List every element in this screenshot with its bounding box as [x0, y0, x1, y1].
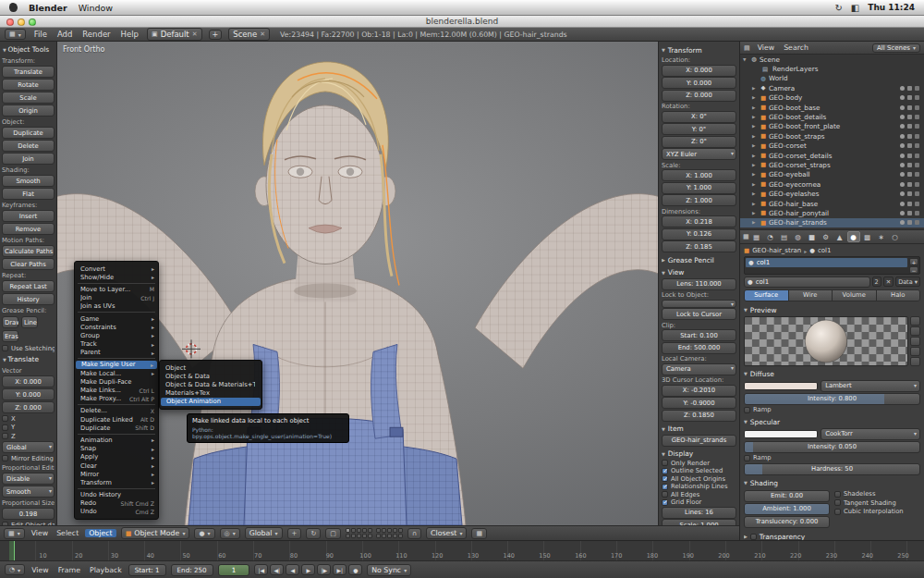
tool-shelf-row[interactable]: Duplicate — [2, 127, 55, 139]
n-panel-row[interactable]: Y: 1.000 — [662, 182, 736, 194]
editor-type-button[interactable]: ◔▾ — [5, 564, 25, 575]
playback-button[interactable]: ▶ — [301, 564, 315, 575]
shading-row[interactable]: Tangent Shading — [834, 499, 920, 507]
submenu-item[interactable]: Object — [160, 363, 261, 372]
submenu-item[interactable]: Object & Data & Materials+Tex — [160, 380, 261, 388]
outliner-row[interactable]: ▶ ■ GEO-boot_straps — [740, 131, 924, 141]
outliner-view-menu[interactable]: View — [756, 43, 777, 52]
menu-item[interactable]: Delete... X — [75, 407, 158, 415]
apple-menu-icon[interactable] — [9, 3, 18, 12]
sync-mode-dropdown[interactable]: No Sync▾ — [367, 564, 411, 576]
selectability-toggle[interactable] — [907, 124, 912, 129]
viewport-shading-dropdown[interactable]: ●▾ — [194, 528, 214, 539]
selectability-toggle[interactable] — [907, 182, 912, 187]
menu-item[interactable]: Snap — [75, 445, 158, 453]
viewport-menu-item[interactable]: View — [30, 529, 51, 537]
expand-icon[interactable]: ▼ — [743, 57, 748, 62]
outliner-row[interactable]: ▼ ◍ Scene — [740, 55, 924, 64]
outliner-row[interactable]: ▶ ■ GEO-boot_base — [740, 103, 924, 112]
specular-panel-header[interactable]: Specular — [744, 415, 920, 427]
menu-item[interactable]: Render — [80, 30, 112, 39]
tool-shelf-row[interactable]: Smooth — [2, 175, 55, 187]
outliner-row[interactable]: ▶ ■ GEO-corset_details — [740, 151, 924, 160]
menu-item[interactable]: Make Local... — [75, 369, 158, 377]
n-panel-row[interactable]: Local Camera: — [662, 354, 736, 363]
n-panel-row[interactable]: XYZ Euler — [662, 148, 736, 160]
menu-item[interactable]: Show/Hide — [75, 273, 158, 281]
shading-row[interactable]: Cubic Interpolation — [834, 508, 920, 515]
checkbox[interactable] — [2, 424, 8, 431]
selectability-toggle[interactable] — [907, 154, 912, 158]
breadcrumb-object[interactable]: GEO-hair_stran — [752, 247, 801, 254]
timeline-menu-item[interactable]: Playback — [88, 566, 124, 574]
renderability-toggle[interactable] — [915, 124, 919, 129]
n-panel-row[interactable]: Z: 0.185 — [662, 240, 736, 252]
selectability-toggle[interactable] — [907, 191, 912, 196]
snap-toggle-button[interactable]: ∩ — [407, 528, 421, 539]
operator-row[interactable]: Mirror Editing — [2, 455, 55, 462]
manipulator-scale-button[interactable]: ▢ — [325, 528, 341, 539]
n-panel-row[interactable]: Clip: — [662, 321, 736, 329]
expand-icon[interactable]: ▶ — [752, 172, 758, 177]
preview-flat-button[interactable] — [910, 316, 920, 326]
renderability-toggle[interactable] — [915, 105, 919, 110]
tool-shelf-row[interactable]: Repeat: — [2, 271, 55, 279]
playback-button[interactable]: ▶| — [333, 564, 346, 575]
visibility-toggle[interactable] — [900, 86, 905, 91]
menu-item[interactable]: Duplicate Shift D — [75, 424, 158, 432]
visibility-toggle[interactable] — [900, 163, 905, 167]
app-menu[interactable]: Blender — [29, 3, 67, 13]
transform-orientation-dropdown[interactable]: Global▾ — [245, 527, 283, 539]
viewport-menu-item[interactable]: Object — [85, 529, 116, 537]
operator-row[interactable]: Z: 0.000 — [2, 401, 55, 413]
n-panel-row[interactable]: End: 500.000 — [662, 342, 736, 354]
operator-panel-header[interactable]: Translate — [2, 353, 55, 365]
tool-shelf-panel-header[interactable]: Object Tools — [2, 43, 55, 55]
expand-icon[interactable]: ▶ — [752, 154, 758, 158]
visibility-toggle[interactable] — [900, 95, 905, 100]
n-panel-row[interactable]: Camera — [662, 363, 736, 375]
expand-icon[interactable]: ▶ — [752, 86, 758, 91]
menu-item[interactable]: Track — [75, 340, 158, 349]
diffuse-row[interactable]: Ramp — [744, 406, 920, 413]
enable-checkbox[interactable] — [750, 534, 757, 540]
visibility-toggle[interactable] — [900, 115, 905, 119]
renderability-toggle[interactable] — [915, 86, 919, 91]
display-icon[interactable]: ◧ — [851, 3, 859, 13]
tool-shelf-row[interactable]: Motion Paths: — [2, 236, 55, 244]
checkbox[interactable] — [2, 455, 8, 461]
n-panel-row[interactable]: X: 0.000 — [662, 65, 736, 77]
layer-buttons[interactable] — [346, 528, 403, 538]
tool-shelf-row[interactable]: Draw — [2, 316, 18, 328]
n-panel-row[interactable]: Grid Floor — [662, 498, 736, 506]
editor-type-button[interactable]: ▦▾ — [4, 528, 25, 539]
manipulator-rotate-button[interactable]: ↻ — [306, 528, 321, 539]
checkbox[interactable] — [2, 345, 8, 351]
link-dropdown[interactable]: Data ▾ — [895, 277, 920, 287]
menu-item[interactable]: File — [32, 30, 49, 39]
renderability-toggle[interactable] — [915, 95, 919, 100]
preview-panel-header[interactable]: Preview — [744, 303, 920, 315]
n-panel-row[interactable]: GEO-hair_strands — [662, 435, 736, 447]
close-window-button[interactable] — [6, 18, 14, 26]
renderability-toggle[interactable] — [915, 182, 919, 187]
visibility-toggle[interactable] — [900, 191, 905, 196]
checkbox[interactable] — [744, 455, 750, 461]
menu-item[interactable]: Group — [75, 331, 158, 339]
outliner-row[interactable]: ▶ ◆ Camera — [740, 83, 924, 92]
timeline-menu-item[interactable]: Frame — [56, 566, 82, 574]
operator-row[interactable]: X: 0.000 — [2, 375, 55, 387]
renderability-toggle[interactable] — [915, 134, 919, 139]
checkbox[interactable] — [662, 484, 668, 490]
tool-shelf-row[interactable]: Remove — [2, 223, 55, 235]
renderability-toggle[interactable] — [915, 211, 919, 215]
visibility-toggle[interactable] — [900, 182, 905, 187]
playback-button[interactable]: |▶ — [317, 564, 331, 575]
checkbox[interactable] — [662, 475, 668, 482]
n-panel-row[interactable]: X: 0.218 — [662, 215, 736, 228]
specular-shader-dropdown[interactable]: CookTorr — [821, 428, 920, 440]
frame-start-field[interactable]: Start: 1 — [128, 564, 166, 576]
shading-row[interactable]: Emit: 0.00 — [744, 490, 830, 502]
n-panel-row[interactable]: Outline Selected — [662, 467, 736, 474]
outliner-row[interactable]: ▶ ■ GEO-hair_ponytail — [740, 208, 924, 217]
